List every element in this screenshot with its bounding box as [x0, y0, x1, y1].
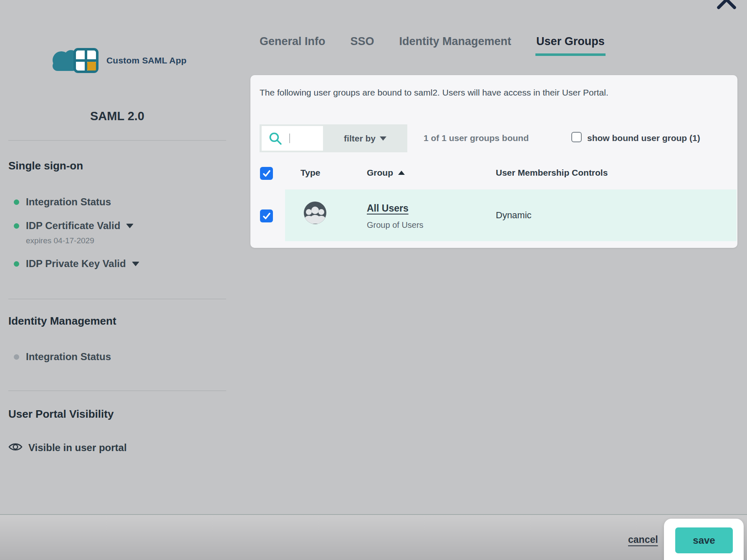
cancel-button[interactable]: cancel [628, 534, 658, 545]
filter-bar: filter by [260, 124, 407, 152]
select-all-checkbox[interactable] [260, 167, 273, 180]
bound-count-text: 1 of 1 user groups bound [424, 132, 529, 144]
custom-saml-app-icon [48, 46, 101, 75]
user-groups-panel: The following user groups are bound to s… [250, 75, 737, 248]
row-checkbox[interactable] [260, 209, 273, 222]
chevron-down-icon [126, 224, 134, 228]
sort-ascending-icon [398, 171, 405, 175]
checkmark-icon [262, 169, 271, 178]
group-kind-label: Group of Users [367, 220, 424, 230]
text-cursor [289, 134, 290, 143]
active-tab-underline [535, 53, 606, 56]
eye-icon [8, 441, 23, 454]
sidebar-divider [8, 140, 226, 141]
status-dot-green-icon [14, 199, 19, 205]
section-title-user-portal-visibility: User Portal Visibility [8, 408, 114, 421]
sidebar-divider [8, 299, 226, 299]
status-dot-gray-icon [14, 354, 19, 360]
tab-identity-management[interactable]: Identity Management [399, 35, 512, 52]
chevron-down-icon [380, 136, 386, 141]
protocol-title: SAML 2.0 [8, 109, 226, 123]
column-header-group[interactable]: Group [367, 168, 405, 178]
chevron-down-icon [132, 262, 139, 266]
show-bound-checkbox[interactable] [571, 132, 582, 142]
status-dot-green-icon [14, 261, 19, 267]
panel-description: The following user groups are bound to s… [260, 88, 723, 98]
tab-bar: General Info SSO Identity Management Use… [260, 35, 605, 52]
group-name-link[interactable]: All Users [367, 203, 409, 214]
certificate-expiry-note: expires 04-17-2029 [26, 236, 94, 245]
search-input[interactable] [262, 126, 323, 151]
app-logo: Custom SAML App [8, 46, 226, 75]
sidebar-item-idp-certificate[interactable]: IDP Certificate Valid [8, 220, 134, 232]
status-dot-green-icon [14, 223, 19, 229]
save-button-panel: save [664, 519, 744, 560]
filter-by-dropdown[interactable]: filter by [323, 124, 407, 152]
sidebar-item-idp-private-key[interactable]: IDP Private Key Valid [8, 258, 139, 270]
sidebar-item-idm-integration-status: Integration Status [8, 351, 111, 363]
tab-general-info[interactable]: General Info [260, 35, 326, 52]
column-header-user-membership-controls[interactable]: User Membership Controls [496, 168, 608, 178]
save-button[interactable]: save [675, 527, 733, 553]
sidebar-item-sso-integration-status: Integration Status [8, 196, 111, 208]
user-group-avatar-icon [303, 200, 328, 225]
search-icon [268, 131, 283, 146]
close-icon[interactable] [714, 0, 739, 12]
visible-in-user-portal: Visible in user portal [8, 441, 127, 454]
sidebar-divider [8, 391, 226, 391]
app-logo-label: Custom SAML App [106, 55, 187, 66]
membership-control-value: Dynamic [496, 210, 532, 221]
tab-sso[interactable]: SSO [351, 35, 374, 52]
checkmark-icon [262, 212, 271, 221]
sidebar: Custom SAML App SAML 2.0 Single sign-on … [8, 0, 226, 514]
section-title-identity-management: Identity Management [8, 315, 116, 328]
tab-user-groups[interactable]: User Groups [536, 35, 605, 52]
section-title-sso: Single sign-on [8, 159, 83, 172]
show-bound-label[interactable]: show bound user group (1) [587, 132, 700, 144]
column-header-type[interactable]: Type [300, 168, 320, 178]
